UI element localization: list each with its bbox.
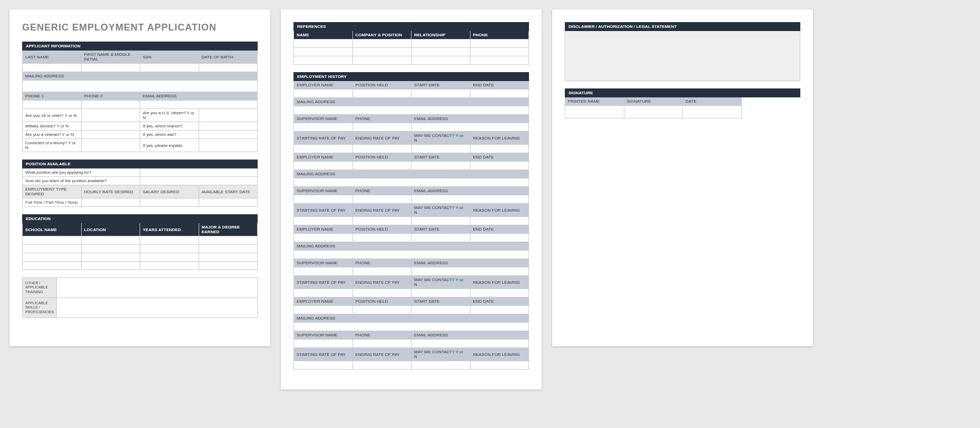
end-date-input[interactable] bbox=[470, 89, 529, 98]
ref-row-input[interactable] bbox=[470, 56, 529, 65]
edu-row-input[interactable] bbox=[23, 236, 82, 245]
position-held-input[interactable] bbox=[352, 89, 411, 98]
signature-input[interactable] bbox=[624, 106, 683, 118]
mailing-input[interactable] bbox=[23, 81, 258, 92]
ref-row-input[interactable] bbox=[352, 39, 411, 48]
hourly-input[interactable] bbox=[81, 198, 140, 207]
email-input[interactable] bbox=[140, 101, 258, 109]
skills-input[interactable] bbox=[57, 298, 258, 318]
end-date-input[interactable] bbox=[470, 234, 529, 242]
edu-row-input[interactable] bbox=[199, 253, 258, 262]
hist-phone-input[interactable] bbox=[352, 123, 411, 132]
start-pay-input[interactable] bbox=[294, 289, 353, 297]
start-date-input[interactable] bbox=[411, 234, 471, 242]
hist-mailing-input[interactable] bbox=[294, 106, 529, 115]
edu-row-input[interactable] bbox=[140, 245, 199, 253]
edu-row-input[interactable] bbox=[140, 236, 199, 245]
dob-input[interactable] bbox=[199, 64, 258, 72]
edu-row-input[interactable] bbox=[199, 262, 258, 270]
end-date-input[interactable] bbox=[470, 306, 529, 314]
phone1-input[interactable] bbox=[23, 101, 82, 109]
other-training-input[interactable] bbox=[57, 278, 258, 298]
phone2-input[interactable] bbox=[81, 101, 140, 109]
edu-row-input[interactable] bbox=[140, 253, 199, 262]
hist-phone-input[interactable] bbox=[352, 195, 411, 204]
hist-email-input[interactable] bbox=[411, 195, 529, 204]
ref-row-input[interactable] bbox=[470, 39, 529, 48]
first-name-input[interactable] bbox=[81, 64, 140, 72]
q-military-input[interactable] bbox=[81, 122, 140, 131]
edu-row-input[interactable] bbox=[81, 245, 140, 253]
disclaimer-text-area[interactable] bbox=[565, 31, 800, 81]
edu-row-input[interactable] bbox=[199, 245, 258, 253]
salary-input[interactable] bbox=[140, 198, 199, 207]
start-pay-input[interactable] bbox=[294, 361, 353, 370]
start-date-input[interactable] bbox=[411, 89, 471, 98]
date-input[interactable] bbox=[683, 106, 742, 118]
q-branch-input[interactable] bbox=[199, 122, 258, 131]
end-pay-input[interactable] bbox=[352, 361, 411, 370]
supervisor-input[interactable] bbox=[294, 267, 353, 276]
start-input[interactable] bbox=[199, 198, 258, 207]
employer-input[interactable] bbox=[294, 234, 353, 242]
ref-row-input[interactable] bbox=[294, 56, 353, 65]
ref-row-input[interactable] bbox=[411, 48, 471, 56]
q-position-input[interactable] bbox=[140, 168, 258, 177]
q-veteran-input[interactable] bbox=[81, 131, 140, 139]
printed-name-input[interactable] bbox=[565, 106, 624, 118]
ref-row-input[interactable] bbox=[411, 39, 471, 48]
employer-input[interactable] bbox=[294, 306, 353, 314]
edu-row-input[interactable] bbox=[23, 262, 82, 270]
employer-input[interactable] bbox=[294, 162, 353, 170]
end-pay-input[interactable] bbox=[352, 289, 411, 297]
contact-input[interactable] bbox=[411, 289, 471, 297]
q-learn-input[interactable] bbox=[140, 177, 258, 185]
end-pay-input[interactable] bbox=[352, 145, 411, 153]
ref-row-input[interactable] bbox=[411, 56, 471, 65]
edu-row-input[interactable] bbox=[140, 262, 199, 270]
hist-mailing-input[interactable] bbox=[294, 251, 529, 259]
edu-row-input[interactable] bbox=[199, 236, 258, 245]
end-date-input[interactable] bbox=[470, 162, 529, 170]
edu-row-input[interactable] bbox=[23, 253, 82, 262]
employer-input[interactable] bbox=[294, 89, 353, 98]
q-citizen-input[interactable] bbox=[199, 109, 258, 122]
ssn-input[interactable] bbox=[140, 64, 199, 72]
hist-email-input[interactable] bbox=[411, 267, 529, 276]
edu-row-input[interactable] bbox=[81, 236, 140, 245]
q-felony-input[interactable] bbox=[81, 139, 140, 152]
hist-mailing-input[interactable] bbox=[294, 323, 529, 331]
reason-input[interactable] bbox=[470, 145, 529, 153]
edu-row-input[interactable] bbox=[23, 245, 82, 253]
edu-row-input[interactable] bbox=[81, 262, 140, 270]
start-pay-input[interactable] bbox=[294, 145, 353, 153]
position-held-input[interactable] bbox=[352, 306, 411, 314]
ref-row-input[interactable] bbox=[470, 48, 529, 56]
ref-row-input[interactable] bbox=[294, 39, 353, 48]
position-held-input[interactable] bbox=[352, 162, 411, 170]
q-18-input[interactable] bbox=[81, 109, 140, 122]
hist-phone-input[interactable] bbox=[352, 340, 411, 348]
hist-phone-input[interactable] bbox=[352, 267, 411, 276]
edu-row-input[interactable] bbox=[81, 253, 140, 262]
reason-input[interactable] bbox=[470, 289, 529, 297]
contact-input[interactable] bbox=[411, 145, 471, 153]
start-date-input[interactable] bbox=[411, 162, 471, 170]
hist-email-input[interactable] bbox=[411, 123, 529, 132]
position-held-input[interactable] bbox=[352, 234, 411, 242]
contact-input[interactable] bbox=[411, 361, 471, 370]
supervisor-input[interactable] bbox=[294, 340, 353, 348]
start-pay-input[interactable] bbox=[294, 217, 353, 225]
supervisor-input[interactable] bbox=[294, 195, 353, 204]
supervisor-input[interactable] bbox=[294, 123, 353, 132]
ref-row-input[interactable] bbox=[352, 48, 411, 56]
q-explain-input[interactable] bbox=[199, 139, 258, 152]
end-pay-input[interactable] bbox=[352, 217, 411, 225]
hist-mailing-input[interactable] bbox=[294, 178, 529, 187]
ref-row-input[interactable] bbox=[352, 56, 411, 65]
ref-row-input[interactable] bbox=[294, 48, 353, 56]
hist-email-input[interactable] bbox=[411, 340, 529, 348]
start-date-input[interactable] bbox=[411, 306, 471, 314]
reason-input[interactable] bbox=[470, 217, 529, 225]
last-name-input[interactable] bbox=[23, 64, 82, 72]
